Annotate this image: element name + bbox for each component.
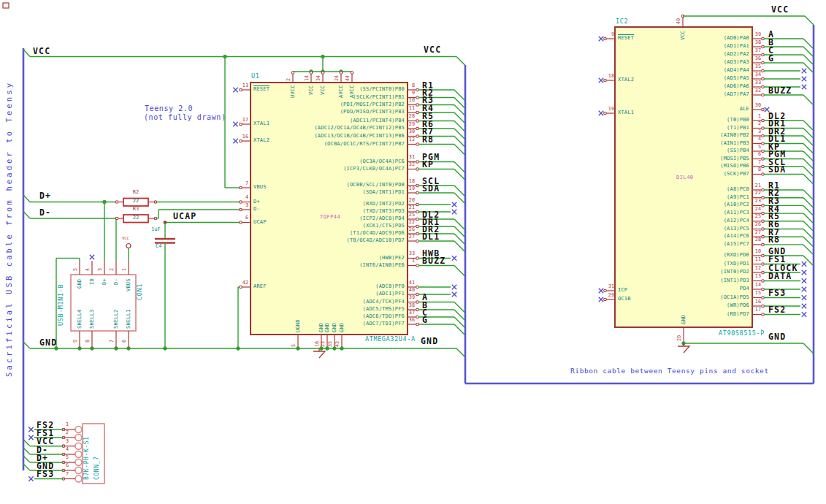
bus-entry — [803, 151, 813, 161]
bus-entry — [803, 229, 813, 239]
pin-name: VBUS — [126, 278, 131, 291]
pin-name: (PDI/MOSI/PCINT2)PB2 — [283, 102, 405, 107]
pin-name: (OC0B/SCL/INT0)PD0 — [283, 183, 405, 188]
pin-name: (T0/OC4D/ADC10)PD7 — [283, 238, 405, 243]
pin-end — [416, 257, 419, 260]
pin-number: 8 — [85, 340, 91, 343]
pin-name: SHELL3 — [90, 310, 95, 329]
con1-ref: CON1 — [137, 283, 143, 300]
pin-number: 6 — [234, 215, 248, 221]
pin-end — [416, 96, 419, 99]
pin-end — [416, 210, 419, 213]
pin-end — [762, 188, 765, 191]
pin-end — [340, 72, 343, 75]
pin-end — [762, 150, 765, 153]
bus-entry — [23, 464, 30, 470]
teensy-note-line2: (not fully drawn) — [144, 114, 226, 121]
bus-entry — [454, 145, 464, 155]
bus-entry — [803, 47, 813, 56]
con1-value: USB-MINI-B — [58, 284, 64, 326]
pin-name: (XCK1/CTS)PD5 — [283, 224, 405, 229]
pin-name: VCC — [681, 31, 686, 40]
bus-entry — [803, 159, 813, 169]
pin-name: (OC0A/OC1C/RTS/PCINT7)PB7 — [283, 142, 405, 147]
pin-number: 6 — [122, 340, 127, 343]
pin-end — [240, 140, 242, 142]
bus-entry — [803, 205, 813, 215]
pin-end — [762, 254, 765, 257]
net-label-dminus: D- — [39, 209, 51, 218]
r3-ref: R3 — [118, 207, 153, 212]
pin-end — [604, 289, 607, 292]
pin-name: (SS)PB4 — [646, 148, 749, 153]
pin-name: (OC1A)PD5 — [646, 295, 749, 300]
bus-entry — [803, 129, 813, 138]
pin-end — [762, 61, 765, 64]
pin-name: (SCLK/PCINT1)PB1 — [283, 95, 405, 100]
pin-name: (INT1)PD3 — [646, 278, 749, 283]
pin-name: D- — [114, 278, 119, 285]
pin-number: 2 — [66, 430, 69, 435]
pin-name: (ADC4/TCK)PF4 — [283, 299, 405, 305]
pin-name: (AD4)PA4 — [646, 68, 749, 73]
bus-entry — [454, 266, 464, 276]
pin-name: (INT6/AIN0)PE6 — [283, 263, 405, 268]
pin-name: D+ — [253, 199, 260, 205]
pin-number: 1 — [122, 268, 127, 271]
pin-number: 6 — [66, 463, 69, 468]
net-label-gnd-right: GND — [421, 337, 438, 346]
net-label: SDA — [422, 185, 440, 194]
bus-entry — [456, 57, 465, 66]
bus-entry — [23, 195, 30, 202]
pin-end — [604, 79, 607, 82]
c4-ref: C4 — [156, 244, 161, 249]
pin-end — [762, 263, 765, 266]
pin-name: (SDA/INT1)PD1 — [283, 190, 405, 195]
pin-name: (A12)PC4 — [646, 218, 749, 224]
pin-end — [762, 93, 765, 96]
pin-number: 5 — [291, 344, 297, 347]
pin-end — [762, 158, 765, 161]
bus-entry — [803, 55, 813, 64]
pin-end — [762, 228, 765, 231]
pin-end — [416, 88, 419, 91]
pin-name: (AD7)PA7 — [646, 92, 749, 97]
junction-dot — [237, 347, 240, 351]
pin-number: 2 — [286, 78, 291, 81]
pin-name: GND — [332, 323, 337, 332]
pin-end — [762, 108, 765, 111]
pin-end — [416, 161, 419, 164]
ground-icon — [678, 346, 689, 353]
bus-entry — [803, 237, 813, 246]
pin-name: (ADC0)PF0 — [283, 284, 405, 289]
pin-name: (WR)PD6 — [646, 303, 749, 308]
pin-end — [762, 77, 765, 80]
pin-number: 4 — [234, 195, 248, 200]
pin-end — [762, 165, 765, 168]
pin-name: (AD1)PA1 — [646, 44, 749, 49]
pin-name: RESET — [253, 87, 269, 92]
pin-end — [416, 143, 419, 146]
net-label: BUZZ — [768, 87, 792, 96]
bus-entry — [803, 221, 813, 231]
net-label: FS2 — [768, 306, 786, 315]
pin-end — [762, 142, 765, 145]
pin-end — [416, 308, 419, 311]
pin-end — [240, 88, 242, 91]
pin-number: 7 — [110, 340, 115, 343]
pin-name: XTAL2 — [618, 77, 634, 83]
pin-name: UVCC — [291, 85, 296, 99]
pin-number: 9 — [598, 32, 614, 37]
pin-name: (AD2)PA2 — [646, 52, 749, 57]
junction-dot — [223, 55, 227, 58]
bus-entry — [456, 348, 465, 357]
pin-end — [604, 298, 607, 301]
pin-name: (A15)PC7 — [646, 242, 749, 247]
pin-name: (A11)PC3 — [646, 210, 749, 215]
bus-entry — [803, 245, 813, 254]
pin-number: 43 — [335, 341, 340, 347]
pin-name: GND — [325, 323, 330, 332]
pin-name: (TXD)PD1 — [646, 261, 749, 267]
pin-end — [762, 69, 765, 72]
pin-name: (HWB)PE2 — [283, 256, 405, 261]
